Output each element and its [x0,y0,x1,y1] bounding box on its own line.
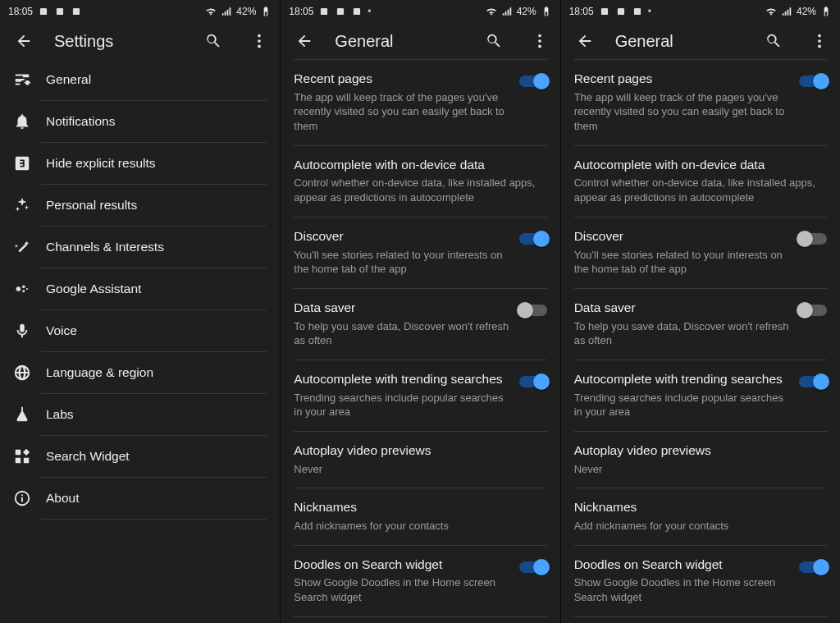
status-notif-icon [318,6,330,17]
phone-general-b: 18:05 • 42% General Recent pagesThe app … [560,0,840,623]
toggle-switch[interactable] [519,376,547,387]
more-button[interactable] [524,25,555,57]
setting-row[interactable]: Doodles on Search widgetShow Google Dood… [281,546,559,616]
toggle-switch[interactable] [799,76,827,87]
page-title: General [335,32,463,51]
settings-item-mic[interactable]: Voice [0,310,280,351]
tune-icon [13,71,31,89]
status-bar: 18:05 • 42% [561,0,840,23]
battery-icon [541,6,552,17]
mic-icon [13,322,31,340]
battery-icon [260,6,272,17]
app-bar: General [561,23,840,59]
status-time: 18:05 [289,6,313,17]
setting-row[interactable]: Data saverTo help you save data, Discove… [561,289,840,360]
setting-title: Autoplay video previews [294,442,546,460]
settings-item-sparkle[interactable]: Personal results [0,185,280,226]
setting-subtitle: Trending searches include popular search… [574,391,791,419]
settings-item-bell[interactable]: Notifications [0,101,280,142]
setting-row[interactable]: Autoplay video previewsNever [561,432,840,488]
back-button[interactable] [569,25,600,57]
search-button[interactable] [198,25,229,57]
back-button[interactable] [289,25,320,57]
status-battery: 42% [797,6,816,17]
back-button[interactable] [8,25,39,57]
settings-item-explicit[interactable]: Hide explicit results [0,143,280,184]
setting-row[interactable]: Data saverTo help you save data, Discove… [281,289,559,360]
wifi-icon [486,6,497,17]
toggle-switch[interactable] [519,305,547,316]
toggle-switch[interactable] [799,233,827,245]
status-notif-icon [335,6,346,17]
status-notif-icon [351,6,363,17]
phone-general-a: 18:05 • 42% General Recent pagesThe app … [280,0,559,623]
setting-row[interactable]: Autocomplete with trending searchesTrend… [281,360,559,431]
general-list: Recent pagesThe app will keep track of t… [281,60,559,617]
sparkle-icon [13,196,31,214]
info-icon [13,489,31,507]
setting-subtitle: Add nicknames for your contacts [294,519,546,534]
flask-icon [13,405,31,424]
page-title: Settings [54,32,183,51]
toggle-switch[interactable] [519,76,547,87]
toggle-switch[interactable] [799,305,827,316]
assist-icon [13,280,31,298]
setting-subtitle: Trending searches include popular search… [294,391,510,419]
setting-row[interactable]: Browser settings [561,617,840,623]
more-button[interactable] [804,25,835,57]
status-overflow-dot: • [368,6,371,17]
toggle-switch[interactable] [799,561,827,573]
setting-row[interactable]: DiscoverYou'll see stories related to yo… [561,218,840,288]
setting-title: Recent pages [294,71,510,88]
setting-title: Data saver [294,300,510,317]
settings-item-assist[interactable]: Google Assistant [0,268,280,309]
battery-icon [820,6,832,17]
setting-row[interactable]: Recent pagesThe app will keep track of t… [281,60,559,145]
status-bar: 18:05 • 42% [281,0,559,23]
setting-title: Recent pages [574,71,791,88]
setting-row[interactable]: Doodles on Search widgetShow Google Dood… [561,546,840,616]
settings-item-widget[interactable]: Search Widget [0,436,280,477]
toggle-switch[interactable] [519,561,547,573]
search-button[interactable] [758,25,789,57]
status-notif-icon [38,6,49,17]
setting-title: Autocomplete with trending searches [294,371,510,388]
setting-subtitle: Show Google Doodles in the Home screen S… [294,575,510,604]
setting-row[interactable]: Autocomplete with on-device dataControl … [561,146,840,217]
globe-icon [13,364,31,382]
signal-icon [501,6,513,17]
page-title: General [615,32,743,51]
general-list: Recent pagesThe app will keep track of t… [561,60,840,623]
settings-item-label: Notifications [46,114,115,129]
setting-title: Discover [294,228,510,245]
more-button[interactable] [244,25,275,57]
settings-item-label: Search Widget [46,449,130,464]
toggle-switch[interactable] [799,376,827,387]
status-notif-icon [54,6,66,17]
setting-row[interactable]: Autoplay video previewsNever [281,432,559,488]
wifi-icon [765,6,777,17]
setting-row[interactable]: DiscoverYou'll see stories related to yo… [281,218,559,288]
setting-subtitle: Add nicknames for your contacts [574,519,827,534]
setting-row[interactable]: NicknamesAdd nicknames for your contacts [281,488,559,544]
settings-item-label: Voice [46,323,77,338]
search-button[interactable] [478,25,509,57]
status-battery: 42% [236,6,256,17]
toggle-switch[interactable] [519,233,547,245]
settings-item-info[interactable]: About [0,478,280,519]
setting-row[interactable]: NicknamesAdd nicknames for your contacts [561,488,840,544]
setting-subtitle: The app will keep track of the pages you… [294,90,510,134]
settings-item-label: Channels & Interests [46,240,164,254]
setting-row[interactable]: Autocomplete with trending searchesTrend… [561,360,840,431]
setting-row[interactable]: Recent pagesThe app will keep track of t… [561,60,840,145]
screenshots-row: 18:05 42% Settings GeneralNotificationsH… [0,0,840,623]
settings-item-tune[interactable]: General [0,59,280,100]
setting-row[interactable]: Autocomplete with on-device dataControl … [281,146,559,217]
settings-item-wand[interactable]: Channels & Interests [0,227,280,268]
settings-item-globe[interactable]: Language & region [0,352,280,393]
wifi-icon [205,6,217,17]
settings-item-flask[interactable]: Labs [0,394,280,435]
setting-title: Nicknames [294,499,546,516]
explicit-icon [13,154,31,172]
settings-item-label: Hide explicit results [46,156,156,171]
